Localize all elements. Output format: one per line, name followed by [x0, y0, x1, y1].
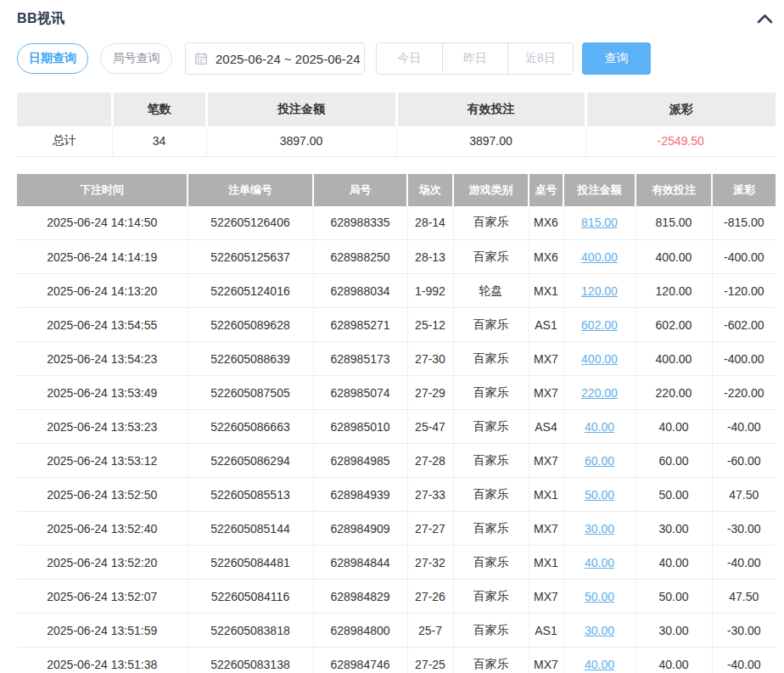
cell-bet-id: 522605089628 — [188, 308, 313, 342]
cell-game-type: 百家乐 — [453, 240, 529, 274]
today-button[interactable]: 今日 — [377, 43, 442, 74]
cell-round-id: 628985010 — [313, 410, 407, 444]
col-game-type: 游戏类别 — [453, 174, 529, 206]
cell-payout: -602.00 — [712, 308, 776, 342]
bet-amount-link[interactable]: 40.00 — [585, 658, 614, 671]
bet-amount-link[interactable]: 40.00 — [585, 556, 614, 569]
cell-payout: -220.00 — [712, 376, 776, 410]
cell-game-type: 百家乐 — [453, 546, 529, 580]
cell-game-type: 轮盘 — [453, 274, 529, 308]
cell-bet-time: 2025-06-24 14:14:19 — [17, 240, 188, 274]
cell-valid-bet: 120.00 — [636, 274, 712, 308]
table-row: 2025-06-24 13:52:20522605084481628984844… — [17, 546, 776, 580]
cell-bet-amount: 815.00 — [563, 206, 636, 240]
cell-valid-bet: 50.00 — [636, 580, 712, 614]
cell-game-type: 百家乐 — [453, 444, 529, 478]
cell-round-id: 628984985 — [313, 444, 407, 478]
cell-table-no: MX7 — [529, 580, 563, 614]
bet-amount-link[interactable]: 50.00 — [585, 488, 614, 502]
cell-round-id: 628984909 — [313, 512, 407, 546]
table-row: 2025-06-24 13:52:40522605085144628984909… — [17, 512, 776, 546]
bet-amount-link[interactable]: 60.00 — [585, 454, 614, 468]
tab-date-query[interactable]: 日期查询 — [17, 43, 88, 74]
cell-session: 27-28 — [407, 444, 453, 478]
cell-valid-bet: 400.00 — [636, 342, 712, 376]
summary-header-blank — [17, 93, 112, 126]
bet-amount-link[interactable]: 120.00 — [581, 284, 618, 298]
bet-table-header-row: 下注时间注单编号局号场次游戏类别桌号投注金额有效投注派彩 — [17, 174, 776, 206]
cell-session: 27-33 — [407, 478, 453, 512]
summary-header-count: 笔数 — [112, 93, 206, 126]
bet-amount-link[interactable]: 40.00 — [585, 420, 614, 434]
cell-payout: -815.00 — [712, 206, 776, 240]
summary-total-row: 总计 34 3897.00 3897.00 -2549.50 — [17, 126, 776, 156]
cell-session: 27-32 — [407, 546, 453, 580]
bet-amount-link[interactable]: 220.00 — [581, 386, 618, 400]
cell-session: 27-26 — [407, 580, 453, 614]
cell-round-id: 628988335 — [313, 206, 407, 240]
cell-valid-bet: 602.00 — [636, 308, 712, 342]
cell-table-no: AS1 — [529, 308, 563, 342]
query-toolbar: 日期查询 局号查询 2025-06-24 ~ 2025-06-24 今日 昨日 … — [17, 42, 776, 75]
cell-round-id: 628988250 — [313, 240, 407, 274]
bet-amount-link[interactable]: 400.00 — [581, 250, 618, 264]
cell-game-type: 百家乐 — [453, 308, 529, 342]
cell-table-no: MX7 — [529, 444, 563, 478]
cell-bet-time: 2025-06-24 14:14:50 — [17, 206, 188, 240]
search-button[interactable]: 查询 — [582, 42, 651, 75]
table-row: 2025-06-24 13:53:12522605086294628984985… — [17, 444, 776, 478]
date-range-picker[interactable]: 2025-06-24 ~ 2025-06-24 — [185, 42, 365, 75]
cell-bet-time: 2025-06-24 13:52:40 — [17, 512, 188, 546]
cell-bet-id: 522605083138 — [188, 648, 313, 673]
bet-amount-link[interactable]: 815.00 — [581, 216, 618, 229]
cell-round-id: 628985173 — [313, 342, 407, 376]
bet-amount-link[interactable]: 400.00 — [581, 352, 618, 366]
bet-records-panel: BB视讯 日期查询 局号查询 2025-06-24 ~ 2025-06-24 — [0, 0, 784, 673]
cell-bet-amount: 40.00 — [563, 546, 636, 580]
cell-payout: -40.00 — [712, 648, 776, 673]
cell-table-no: MX1 — [529, 274, 563, 308]
bet-amount-link[interactable]: 602.00 — [581, 318, 618, 332]
cell-session: 25-47 — [407, 410, 453, 444]
cell-table-no: AS1 — [529, 614, 563, 648]
cell-game-type: 百家乐 — [453, 376, 529, 410]
cell-table-no: MX1 — [529, 546, 563, 580]
bet-amount-link[interactable]: 30.00 — [585, 624, 614, 637]
col-round-id: 局号 — [313, 174, 407, 206]
bet-amount-link[interactable]: 30.00 — [585, 522, 614, 536]
collapse-button[interactable] — [753, 10, 776, 27]
bet-amount-link[interactable]: 50.00 — [585, 590, 614, 603]
cell-bet-time: 2025-06-24 13:53:23 — [17, 410, 188, 444]
table-row: 2025-06-24 13:53:49522605087505628985074… — [17, 376, 776, 410]
cell-bet-time: 2025-06-24 13:54:55 — [17, 308, 188, 342]
cell-valid-bet: 220.00 — [636, 376, 712, 410]
cell-table-no: MX6 — [529, 240, 563, 274]
yesterday-button[interactable]: 昨日 — [442, 43, 507, 74]
table-row: 2025-06-24 13:51:38522605083138628984746… — [17, 648, 776, 673]
cell-bet-time: 2025-06-24 13:52:50 — [17, 478, 188, 512]
quick-range-group: 今日 昨日 近8日 — [376, 42, 574, 75]
cell-session: 27-25 — [407, 648, 453, 673]
cell-bet-amount: 60.00 — [563, 444, 636, 478]
last-8-days-button[interactable]: 近8日 — [507, 43, 573, 74]
cell-bet-amount: 40.00 — [563, 648, 636, 673]
table-row: 2025-06-24 13:54:23522605088639628985173… — [17, 342, 776, 376]
tab-round-query[interactable]: 局号查询 — [100, 43, 172, 74]
cell-bet-id: 522605124016 — [188, 274, 313, 308]
cell-payout: -40.00 — [712, 410, 776, 444]
cell-round-id: 628985271 — [313, 308, 407, 342]
summary-table: 笔数 投注金额 有效投注 派彩 总计 34 3897.00 3897.00 -2… — [17, 93, 776, 157]
table-row: 2025-06-24 13:54:55522605089628628985271… — [17, 308, 776, 342]
cell-bet-amount: 30.00 — [563, 512, 636, 546]
panel-title-bar: BB视讯 — [17, 8, 776, 30]
col-valid-bet: 有效投注 — [636, 174, 712, 206]
summary-header-bet-amount: 投注金额 — [206, 93, 396, 126]
table-row: 2025-06-24 13:52:50522605085513628984939… — [17, 478, 776, 512]
cell-table-no: AS4 — [529, 410, 563, 444]
summary-total-payout: -2549.50 — [585, 126, 776, 156]
cell-bet-amount: 50.00 — [563, 478, 636, 512]
cell-payout: -400.00 — [712, 342, 776, 376]
cell-payout: -120.00 — [712, 274, 776, 308]
cell-valid-bet: 400.00 — [636, 240, 712, 274]
cell-bet-id: 522605083818 — [188, 614, 313, 648]
